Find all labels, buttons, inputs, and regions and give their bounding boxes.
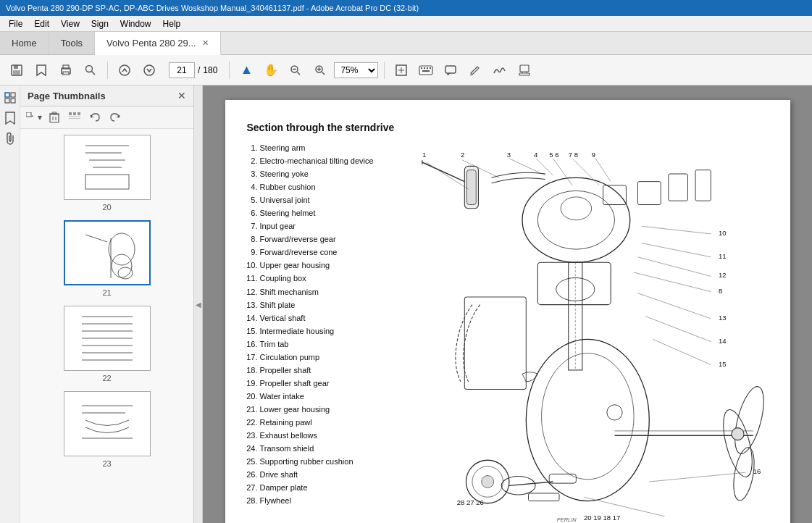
thumbnail-rotate-button[interactable] bbox=[106, 109, 125, 125]
part-3: Steering yoke bbox=[260, 168, 392, 180]
menu-edit[interactable]: Edit bbox=[28, 17, 55, 30]
zoom-out-button[interactable] bbox=[285, 59, 306, 81]
sidebar-close-button[interactable]: ✕ bbox=[177, 90, 186, 101]
svg-text:28 27 26: 28 27 26 bbox=[456, 498, 483, 506]
svg-point-9 bbox=[144, 65, 154, 75]
svg-line-12 bbox=[298, 72, 301, 75]
svg-rect-33 bbox=[11, 93, 15, 97]
svg-rect-35 bbox=[11, 99, 15, 103]
part-26: Drive shaft bbox=[260, 469, 392, 481]
thumbnail-grid-button[interactable] bbox=[65, 109, 84, 125]
menu-help[interactable]: Help bbox=[157, 17, 187, 30]
menu-file[interactable]: File bbox=[3, 17, 28, 30]
thumbnail-page-23[interactable]: 23 bbox=[64, 391, 151, 468]
svg-line-16 bbox=[322, 72, 325, 75]
tab-home[interactable]: Home bbox=[0, 32, 49, 54]
thumbnail-page-21[interactable]: 21 bbox=[64, 220, 151, 297]
part-6: Steering helmet bbox=[260, 207, 392, 219]
svg-rect-43 bbox=[69, 112, 72, 115]
attachments-icon[interactable] bbox=[2, 130, 18, 146]
part-9: Forward/reverse cone bbox=[260, 246, 392, 259]
section-title: Section through the sterndrive bbox=[247, 122, 769, 133]
svg-point-99 bbox=[526, 339, 649, 501]
part-12: Shift mechanism bbox=[260, 286, 392, 298]
pencil-button[interactable] bbox=[464, 59, 486, 81]
svg-rect-29 bbox=[519, 73, 530, 75]
svg-line-129 bbox=[637, 257, 711, 277]
menu-sign[interactable]: Sign bbox=[85, 17, 114, 30]
tab-close-icon[interactable]: ✕ bbox=[202, 38, 209, 48]
svg-text:5 6: 5 6 bbox=[549, 151, 558, 159]
svg-point-111 bbox=[501, 477, 535, 495]
svg-point-115 bbox=[606, 405, 621, 420]
parts-list: Steering arm Electro-mechanical tilting … bbox=[247, 142, 392, 523]
thumbnail-options-button[interactable]: ▾ bbox=[25, 109, 43, 125]
print-button[interactable] bbox=[55, 59, 77, 81]
svg-line-124 bbox=[553, 159, 572, 185]
part-20: Water intake bbox=[260, 390, 392, 403]
svg-rect-114 bbox=[528, 493, 559, 501]
part-8: Forward/reverse gear bbox=[260, 233, 392, 246]
delete-thumbnail-button[interactable] bbox=[45, 109, 64, 125]
svg-rect-97 bbox=[537, 262, 611, 304]
svg-line-93 bbox=[422, 162, 464, 182]
bookmark-button[interactable] bbox=[30, 59, 52, 81]
keyboard-button[interactable] bbox=[415, 59, 437, 81]
tab-doc[interactable]: Volvo Penta 280 29... ✕ bbox=[95, 32, 221, 55]
part-19: Propeller shaft gear bbox=[260, 377, 392, 390]
thumbnails-list: 20 21 bbox=[20, 129, 193, 523]
stamp-button[interactable] bbox=[514, 59, 535, 81]
page-down-button[interactable] bbox=[138, 59, 160, 81]
thumbnail-page-20[interactable]: 20 bbox=[64, 135, 151, 212]
menu-view[interactable]: View bbox=[55, 17, 85, 30]
svg-line-7 bbox=[92, 71, 96, 75]
sterndrive-diagram: 1 2 3 4 5 6 7 8 9 10 11 12 8 13 14 bbox=[399, 142, 769, 523]
svg-rect-2 bbox=[13, 70, 20, 75]
main-area: Page Thumbnails ✕ ▾ bbox=[0, 85, 812, 523]
hand-tool-button[interactable]: ✋ bbox=[260, 59, 282, 81]
part-1: Steering arm bbox=[260, 142, 392, 154]
thumbnail-page-22[interactable]: 22 bbox=[64, 306, 151, 382]
tab-tools[interactable]: Tools bbox=[49, 32, 95, 54]
find-button[interactable] bbox=[80, 59, 101, 81]
svg-rect-21 bbox=[421, 67, 422, 69]
svg-point-100 bbox=[541, 353, 634, 480]
svg-point-110 bbox=[481, 476, 493, 488]
thumbnail-undo-button[interactable] bbox=[85, 109, 104, 125]
pdf-area[interactable]: Section through the sterndrive Steering … bbox=[203, 85, 812, 523]
svg-rect-117 bbox=[637, 182, 661, 205]
thumbnail-label-23: 23 bbox=[102, 459, 111, 468]
part-18: Propeller shaft bbox=[260, 364, 392, 377]
select-tool-button[interactable]: ▲ bbox=[235, 59, 257, 81]
svg-rect-24 bbox=[430, 67, 431, 69]
save-button[interactable] bbox=[6, 59, 28, 81]
thumbnails-icon[interactable] bbox=[2, 90, 18, 106]
page-number-input[interactable] bbox=[169, 62, 195, 78]
signature-button[interactable] bbox=[489, 59, 511, 81]
svg-rect-26 bbox=[445, 66, 456, 73]
collapse-sidebar-handle[interactable]: ◀ bbox=[194, 85, 203, 523]
svg-text:10: 10 bbox=[718, 229, 726, 237]
svg-line-132 bbox=[645, 317, 711, 342]
svg-point-8 bbox=[120, 65, 130, 75]
svg-rect-52 bbox=[85, 175, 129, 189]
bookmarks-icon[interactable] bbox=[2, 110, 18, 126]
svg-rect-1 bbox=[14, 65, 18, 69]
svg-rect-107 bbox=[464, 297, 526, 390]
fit-page-button[interactable] bbox=[390, 59, 412, 81]
svg-rect-118 bbox=[668, 174, 687, 201]
thumbnail-image-21 bbox=[64, 220, 151, 285]
zoom-select[interactable]: 75% 50% 100% 125% 150% bbox=[334, 62, 378, 78]
menu-window[interactable]: Window bbox=[114, 17, 157, 30]
svg-rect-44 bbox=[73, 112, 76, 115]
part-7: Input gear bbox=[260, 220, 392, 233]
comment-button[interactable] bbox=[440, 59, 461, 81]
svg-point-106 bbox=[732, 428, 744, 440]
part-11: Coupling box bbox=[260, 272, 392, 285]
left-icon-bar bbox=[0, 85, 20, 523]
zoom-in-button[interactable] bbox=[309, 59, 331, 81]
svg-rect-5 bbox=[63, 72, 69, 75]
page-up-button[interactable] bbox=[114, 59, 135, 81]
svg-line-128 bbox=[641, 243, 711, 257]
svg-text:3: 3 bbox=[506, 151, 510, 159]
